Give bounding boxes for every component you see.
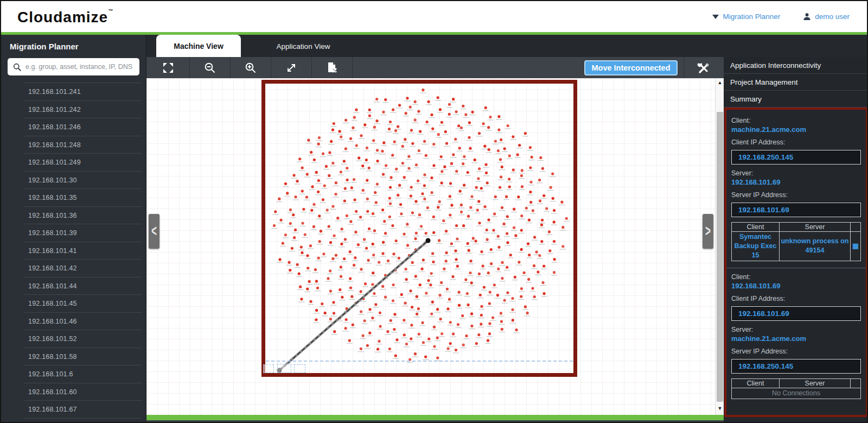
client-ip-label: Client IP Address:: [731, 295, 861, 302]
list-item[interactable]: 192.168.101.249: [24, 154, 142, 172]
list-item[interactable]: 192.168.101.36: [24, 207, 142, 225]
connections-table: Client Server Symantec Backup Exec 15 un…: [731, 222, 861, 261]
client-process-cell[interactable]: Symantec Backup Exec 15: [732, 232, 780, 261]
drop-slot: [263, 364, 274, 373]
actions-column-header: [850, 378, 860, 388]
ip-list: 192.168.101.241192.168.101.242192.168.10…: [24, 83, 142, 419]
server-label: Server:: [731, 169, 861, 177]
list-item[interactable]: 192.168.101.241: [24, 83, 142, 101]
panel-menu-application-interconnectivity[interactable]: Application Interconnectivity: [724, 57, 868, 74]
client-column-header: Client: [732, 223, 780, 232]
machine-dots-layer[interactable]: [146, 78, 715, 415]
server-ip-label: Server IP Address:: [731, 191, 861, 199]
connections-table-empty: Client Server No Connections: [731, 378, 861, 399]
table-row[interactable]: Symantec Backup Exec 15 unknown process …: [732, 232, 861, 261]
interconnectivity-details: Client: machine.21.acme.com Client IP Ad…: [724, 108, 868, 417]
accent-bar-bottom: [146, 415, 724, 420]
user-icon: [803, 12, 811, 21]
network-map-canvas[interactable]: < >: [146, 78, 715, 415]
actions-column-header: [850, 223, 860, 232]
server-process-cell[interactable]: unknown process on 49154: [780, 232, 851, 261]
list-item[interactable]: 192.168.101.42: [24, 260, 142, 277]
zoom-out-icon: [204, 62, 216, 74]
table-detail-icon[interactable]: ▦: [850, 232, 860, 261]
tab-machine-view[interactable]: Machine View: [156, 35, 241, 57]
bottom-strip: [146, 420, 724, 423]
list-item[interactable]: 192.168.101.60: [24, 383, 142, 401]
connect-tool-button[interactable]: [271, 57, 312, 78]
client-ip-input[interactable]: [731, 150, 861, 165]
planner-dropdown-label: Migration Planner: [723, 12, 780, 21]
list-item[interactable]: 192.168.101.30: [24, 172, 142, 190]
list-item[interactable]: 192.168.101.35: [24, 189, 142, 207]
search-icon: [13, 63, 21, 71]
list-item[interactable]: 192.168.101.52: [24, 330, 142, 348]
header-nav: Migration Planner demo user: [712, 1, 850, 32]
cloudamize-logo: Cloudamize™: [17, 8, 113, 26]
zoom-out-button[interactable]: [190, 57, 231, 78]
fit-screen-icon: [162, 62, 174, 74]
toolbar-divider: [684, 57, 684, 78]
table-row: No Connections: [732, 388, 861, 399]
clear-document-button[interactable]: [312, 57, 353, 78]
expand-right-panel-handle[interactable]: >: [703, 214, 713, 249]
drop-slot: [277, 364, 291, 373]
client-ip-label: Client IP Address:: [731, 138, 861, 146]
client-value[interactable]: machine.21.acme.com: [731, 125, 861, 134]
tab-application-view[interactable]: Application View: [253, 35, 354, 57]
clear-document-icon: [326, 61, 339, 74]
tools-button[interactable]: [685, 57, 722, 78]
header: Cloudamize™ Migration Planner demo user: [1, 1, 868, 32]
client-label: Client:: [731, 117, 861, 124]
connect-tool-icon: [285, 62, 297, 74]
tools-icon: [697, 61, 710, 74]
user-menu[interactable]: demo user: [803, 12, 850, 21]
list-item[interactable]: 192.168.101.248: [24, 136, 142, 154]
server-value[interactable]: 192.168.101.69: [731, 178, 861, 186]
list-item[interactable]: 192.168.101.39: [24, 224, 142, 242]
list-item[interactable]: 192.168.101.41: [24, 242, 142, 260]
app-window: Cloudamize™ Migration Planner demo user …: [0, 0, 868, 423]
list-item[interactable]: 192.168.101.45: [24, 295, 142, 313]
list-item[interactable]: 192.168.101.242: [24, 101, 142, 119]
zoom-in-button[interactable]: [231, 57, 271, 78]
canvas-scrollbar[interactable]: ▲ ▼: [715, 78, 724, 415]
planner-dropdown[interactable]: Migration Planner: [712, 12, 780, 21]
scroll-up-arrow[interactable]: ▲: [716, 78, 724, 87]
panel-menu-summary[interactable]: Summary: [724, 91, 868, 108]
scrollbar-thumb[interactable]: [717, 112, 723, 402]
list-item[interactable]: 192.168.101.67: [24, 401, 142, 419]
list-item[interactable]: 192.168.101.46: [24, 313, 142, 331]
client-label: Client:: [731, 273, 861, 281]
chevron-down-icon: [712, 15, 719, 19]
client-column-header: Client: [732, 378, 780, 388]
collapse-left-panel-handle[interactable]: <: [149, 214, 159, 249]
scroll-down-arrow[interactable]: ▼: [716, 404, 724, 413]
list-item[interactable]: 192.168.101.246: [24, 118, 142, 136]
zoom-in-icon: [245, 62, 257, 74]
section-divider: [726, 268, 866, 268]
fit-screen-button[interactable]: [146, 57, 190, 78]
server-ip-label: Server IP Address:: [731, 348, 861, 355]
sidebar-title: Migration Planner: [1, 35, 146, 57]
user-menu-label: demo user: [815, 12, 850, 21]
server-ip-input[interactable]: [731, 359, 861, 374]
list-item[interactable]: 192.168.101.44: [24, 277, 142, 295]
search-box[interactable]: [8, 58, 139, 75]
no-connections-cell: No Connections: [732, 388, 861, 399]
list-item[interactable]: 192.168.101.58: [24, 348, 142, 366]
sidebar: Migration Planner 192.168.101.241192.168…: [1, 35, 146, 423]
server-value[interactable]: machine.21.acme.com: [731, 334, 861, 343]
list-item[interactable]: 192.168.101.6: [24, 365, 142, 383]
server-label: Server:: [731, 326, 861, 333]
drop-zone-dashed-line: [266, 361, 573, 362]
drop-slot: [294, 364, 305, 373]
move-interconnected-button[interactable]: Move Interconnected: [584, 60, 678, 75]
toolbar: Move Interconnected: [146, 57, 724, 78]
server-ip-input[interactable]: [731, 203, 861, 217]
client-ip-input[interactable]: [731, 306, 861, 321]
client-value[interactable]: 192.168.101.69: [731, 282, 861, 290]
search-input[interactable]: [25, 63, 134, 71]
panel-menu-project-management[interactable]: Project Management: [724, 74, 868, 91]
right-panel: Application Interconnectivity Project Ma…: [724, 57, 868, 423]
